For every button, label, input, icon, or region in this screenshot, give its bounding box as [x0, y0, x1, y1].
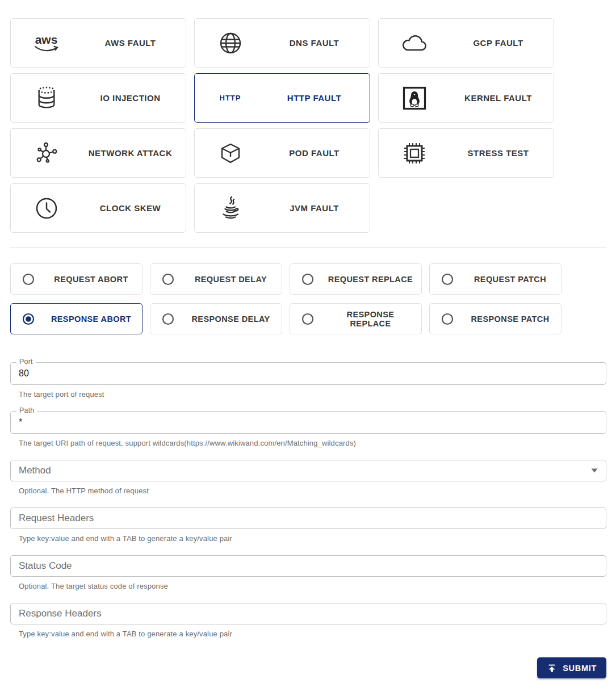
path-field: Path [10, 411, 606, 434]
action-label: RESPONSE PATCH [465, 314, 561, 324]
fault-type-grid: aws AWS FAULT DNS FAULT [10, 18, 606, 233]
request-headers-input[interactable] [19, 513, 598, 524]
fault-card-label: DNS FAULT [266, 38, 370, 48]
response-headers-helper-text: Type key:value and end with a TAB to gen… [19, 630, 606, 638]
fault-card-clock[interactable]: CLOCK SKEW [10, 183, 186, 233]
radio-unchecked-icon [430, 313, 465, 325]
fault-card-jvm[interactable]: JVM FAULT [194, 183, 370, 233]
action-request-replace[interactable]: REQUEST REPLACE [290, 263, 422, 295]
radio-unchecked-icon [150, 273, 186, 286]
action-label: REQUEST PATCH [465, 275, 561, 284]
cpu-chip-icon [379, 141, 450, 166]
action-request-patch[interactable]: REQUEST PATCH [429, 263, 561, 295]
action-response-abort[interactable]: RESPONSE ABORT [10, 303, 143, 334]
fault-card-io[interactable]: IO INJECTION [10, 73, 186, 123]
fault-card-label: KERNEL FAULT [450, 93, 554, 103]
http-fault-form: Port The target port of request Path The… [10, 362, 606, 678]
action-request-abort[interactable]: REQUEST ABORT [10, 263, 143, 295]
fault-card-http[interactable]: HTTP HTTP FAULT [194, 73, 370, 123]
response-headers-field [10, 603, 606, 624]
action-response-delay[interactable]: RESPONSE DELAY [150, 303, 282, 334]
http-action-grid: REQUEST ABORT REQUEST DELAY REQUEST REPL… [10, 263, 606, 334]
fault-card-network[interactable]: NETWORK ATTACK [10, 128, 186, 178]
response-headers-input[interactable] [19, 608, 598, 619]
port-input[interactable] [19, 368, 598, 379]
tux-icon [379, 86, 450, 110]
aws-icon: aws [11, 33, 82, 53]
fault-card-label: HTTP FAULT [266, 93, 370, 103]
action-label: REQUEST DELAY [186, 275, 282, 284]
response-headers-field-group: Type key:value and end with a TAB to gen… [10, 603, 606, 638]
fault-card-label: AWS FAULT [82, 38, 186, 48]
network-nodes-icon [11, 141, 82, 166]
action-label: RESPONSE REPLACE [325, 310, 421, 328]
publish-icon [547, 663, 557, 673]
section-divider [10, 247, 606, 248]
fault-card-pod[interactable]: POD FAULT [194, 128, 370, 178]
java-cup-icon [195, 196, 266, 221]
request-headers-helper-text: Type key:value and end with a TAB to gen… [19, 534, 606, 543]
path-input[interactable] [19, 417, 598, 427]
status-code-field [10, 555, 606, 577]
method-helper-text: Optional. The HTTP method of request [19, 487, 606, 495]
database-icon [11, 86, 82, 111]
method-field-group: Optional. The HTTP method of request [10, 460, 606, 495]
globe-icon [195, 31, 266, 55]
fault-card-aws[interactable]: aws AWS FAULT [10, 18, 186, 68]
radio-unchecked-icon [290, 313, 325, 325]
action-request-delay[interactable]: REQUEST DELAY [150, 263, 282, 295]
clock-icon [11, 196, 82, 220]
action-label: REQUEST ABORT [46, 275, 142, 284]
action-label: RESPONSE ABORT [46, 314, 142, 324]
fault-card-label: POD FAULT [266, 148, 370, 158]
path-field-group: Path The target URI path of request, sup… [10, 411, 606, 447]
radio-unchecked-icon [290, 273, 325, 286]
action-label: RESPONSE DELAY [186, 314, 282, 324]
fault-card-label: GCP FAULT [450, 38, 554, 48]
fault-card-label: NETWORK ATTACK [82, 148, 186, 158]
port-field-label: Port [16, 358, 36, 366]
method-select-field[interactable] [10, 460, 606, 481]
request-headers-field [10, 508, 606, 529]
action-response-replace[interactable]: RESPONSE REPLACE [290, 303, 422, 334]
radio-unchecked-icon [150, 313, 186, 325]
cloud-icon [379, 33, 450, 53]
fault-card-label: JVM FAULT [266, 203, 370, 213]
status-code-field-group: Optional. The target status code of resp… [10, 555, 606, 590]
radio-unchecked-icon [430, 273, 465, 286]
submit-button[interactable]: SUBMIT [537, 657, 606, 678]
http-text-icon: HTTP [195, 94, 266, 102]
status-code-input[interactable] [19, 560, 598, 572]
action-label: REQUEST REPLACE [325, 275, 421, 284]
method-select-input[interactable] [19, 465, 586, 476]
fault-card-kernel[interactable]: KERNEL FAULT [378, 73, 554, 123]
status-code-helper-text: Optional. The target status code of resp… [19, 582, 606, 590]
submit-row: SUBMIT [10, 657, 606, 678]
fault-card-gcp[interactable]: GCP FAULT [378, 18, 554, 68]
fault-card-label: IO INJECTION [82, 93, 186, 103]
submit-button-label: SUBMIT [563, 664, 597, 673]
cube-icon [195, 141, 266, 165]
port-field-group: Port The target port of request [10, 362, 606, 399]
request-headers-field-group: Type key:value and end with a TAB to gen… [10, 508, 606, 543]
radio-checked-icon [11, 313, 46, 325]
fault-card-label: CLOCK SKEW [82, 203, 186, 213]
fault-card-stress[interactable]: STRESS TEST [378, 128, 554, 178]
path-field-label: Path [16, 406, 37, 414]
fault-card-label: STRESS TEST [450, 148, 554, 158]
radio-unchecked-icon [11, 273, 46, 286]
chevron-down-icon [586, 468, 598, 473]
port-field: Port [10, 362, 606, 385]
fault-card-dns[interactable]: DNS FAULT [194, 18, 370, 68]
port-helper-text: The target port of request [19, 390, 606, 399]
action-response-patch[interactable]: RESPONSE PATCH [429, 303, 561, 334]
path-helper-text: The target URI path of request, support … [19, 439, 606, 447]
